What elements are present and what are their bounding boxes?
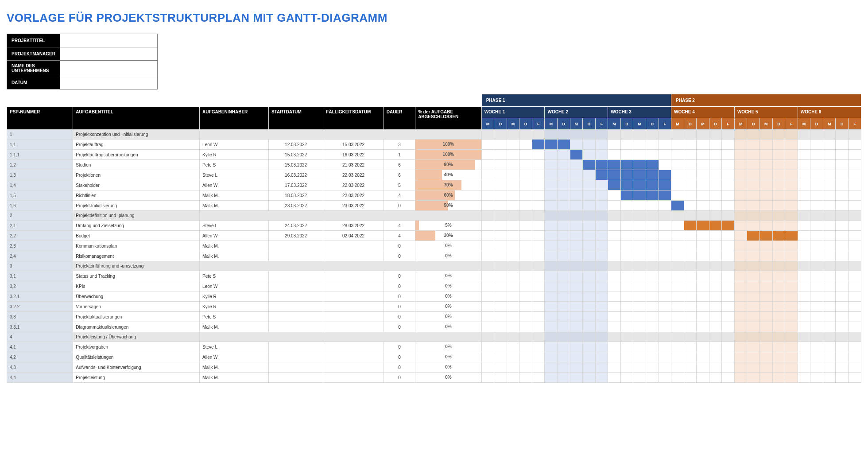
gantt-day-cell[interactable] [608,150,621,160]
gantt-day-cell[interactable] [570,130,583,140]
gantt-day-cell[interactable] [545,352,558,362]
gantt-day-cell[interactable] [760,201,773,211]
gantt-day-cell[interactable] [595,231,608,241]
cell-task-title[interactable]: Projektleistung [73,373,200,383]
cell-start[interactable] [268,302,323,312]
cell-dur[interactable]: 0 [384,373,415,383]
gantt-day-cell[interactable] [494,281,507,291]
cell-percent-complete[interactable]: 0% [415,302,481,312]
gantt-day-cell[interactable] [709,251,722,261]
gantt-day-cell[interactable] [608,291,621,302]
gantt-day-cell[interactable] [734,362,747,373]
gantt-day-cell[interactable] [772,170,785,180]
gantt-day-cell[interactable] [659,150,671,160]
gantt-day-cell[interactable] [785,201,798,211]
gantt-day-cell[interactable] [747,342,760,352]
gantt-day-cell[interactable] [848,190,861,201]
gantt-day-cell[interactable] [633,231,646,241]
gantt-day-cell[interactable] [646,211,659,221]
gantt-day-cell[interactable] [507,160,519,170]
gantt-day-cell[interactable] [798,312,810,322]
gantt-day-cell[interactable] [734,170,747,180]
gantt-day-cell[interactable] [747,281,760,291]
gantt-day-cell[interactable] [595,180,608,190]
gantt-day-cell[interactable] [823,150,836,160]
gantt-day-cell[interactable] [633,251,646,261]
gantt-day-cell[interactable] [760,352,773,362]
gantt-day-cell[interactable] [570,211,583,221]
gantt-day-cell[interactable] [709,180,722,190]
gantt-day-cell[interactable] [620,160,633,170]
gantt-day-cell[interactable] [659,170,671,180]
gantt-day-cell[interactable] [659,322,671,332]
gantt-day-cell[interactable] [697,251,709,261]
gantt-day-cell[interactable] [722,150,735,160]
gantt-day-cell[interactable] [595,261,608,271]
gantt-day-cell[interactable] [659,332,671,342]
gantt-day-cell[interactable] [747,322,760,332]
gantt-day-cell[interactable] [760,231,773,241]
gantt-day-cell[interactable] [772,201,785,211]
cell-due[interactable]: 23.03.2022 [323,201,384,211]
cell-percent-complete[interactable]: 0% [415,251,481,261]
gantt-day-cell[interactable] [494,261,507,271]
gantt-day-cell[interactable] [709,211,722,221]
gantt-day-cell[interactable] [532,130,545,140]
gantt-day-cell[interactable] [570,281,583,291]
gantt-day-cell[interactable] [583,190,596,201]
gantt-day-cell[interactable] [810,190,823,201]
gantt-day-cell[interactable] [785,150,798,160]
gantt-day-cell[interactable] [545,190,558,201]
cell-psp[interactable]: 1,5 [7,190,73,201]
gantt-day-cell[interactable] [494,342,507,352]
cell-task-title[interactable]: Projektleistung / Überwachung [73,332,200,342]
gantt-day-cell[interactable] [532,312,545,322]
cell-dur[interactable]: 6 [384,170,415,180]
cell-start[interactable] [268,291,323,302]
gantt-day-cell[interactable] [570,373,583,383]
gantt-day-cell[interactable] [722,201,735,211]
gantt-day-cell[interactable] [570,150,583,160]
cell-owner[interactable]: Kylie R [200,291,269,302]
gantt-day-cell[interactable] [481,322,494,332]
gantt-day-cell[interactable] [620,211,633,221]
gantt-day-cell[interactable] [519,302,532,312]
gantt-day-cell[interactable] [836,332,849,342]
gantt-day-cell[interactable] [570,160,583,170]
gantt-day-cell[interactable] [798,130,810,140]
gantt-day-cell[interactable] [836,221,849,231]
gantt-day-cell[interactable] [836,312,849,322]
gantt-day-cell[interactable] [760,180,773,190]
gantt-day-cell[interactable] [709,271,722,281]
gantt-day-cell[interactable] [848,160,861,170]
gantt-day-cell[interactable] [722,342,735,352]
gantt-day-cell[interactable] [810,241,823,251]
gantt-day-cell[interactable] [697,302,709,312]
gantt-day-cell[interactable] [583,342,596,352]
gantt-day-cell[interactable] [519,352,532,362]
gantt-day-cell[interactable] [671,332,684,342]
cell-start[interactable] [268,312,323,322]
gantt-day-cell[interactable] [671,291,684,302]
gantt-day-cell[interactable] [620,251,633,261]
gantt-day-cell[interactable] [810,180,823,190]
cell-psp[interactable]: 3,3 [7,312,73,322]
gantt-day-cell[interactable] [772,241,785,251]
gantt-day-cell[interactable] [810,130,823,140]
gantt-day-cell[interactable] [558,271,570,281]
gantt-day-cell[interactable] [481,201,494,211]
gantt-day-cell[interactable] [848,373,861,383]
gantt-day-cell[interactable] [545,291,558,302]
gantt-day-cell[interactable] [481,291,494,302]
gantt-day-cell[interactable] [798,231,810,241]
gantt-day-cell[interactable] [709,373,722,383]
cell-owner[interactable]: Pete S [200,271,269,281]
gantt-day-cell[interactable] [836,201,849,211]
cell-dur[interactable]: 0 [384,241,415,251]
gantt-day-cell[interactable] [494,211,507,221]
gantt-day-cell[interactable] [823,180,836,190]
gantt-day-cell[interactable] [772,180,785,190]
gantt-day-cell[interactable] [558,373,570,383]
gantt-day-cell[interactable] [595,251,608,261]
gantt-day-cell[interactable] [772,140,785,150]
